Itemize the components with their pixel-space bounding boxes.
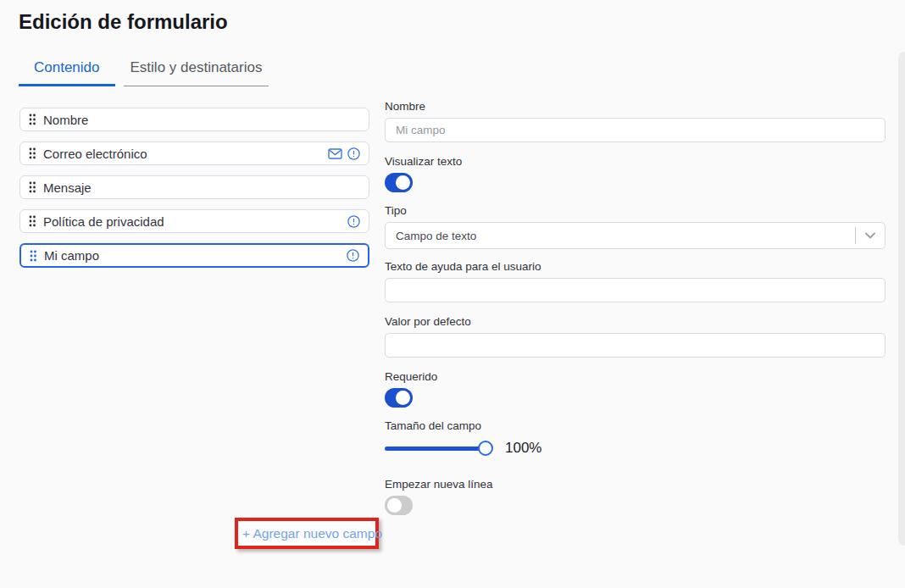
chevron-down-icon [856, 232, 885, 239]
field-item-icons [328, 147, 360, 160]
field-item-mi-campo[interactable]: Mi campo [19, 243, 369, 268]
type-select-value: Campo de texto [396, 230, 855, 242]
tab-estilo-y-destinatarios[interactable]: Estilo y destinatarios [124, 59, 269, 86]
default-value-input[interactable] [385, 333, 886, 358]
drag-handle-icon[interactable] [29, 114, 36, 125]
required-label: Requerido [385, 370, 886, 383]
field-size-slider-row: 100% [385, 437, 886, 459]
field-properties-panel: Nombre Visualizar texto Tipo Campo de te… [385, 100, 886, 527]
drag-handle-icon[interactable] [30, 250, 36, 262]
display-text-toggle[interactable] [385, 173, 413, 192]
drag-handle-icon[interactable] [29, 215, 36, 227]
field-list: Nombre Correo electrónico Mensaje Políti… [19, 108, 369, 278]
field-item-mensaje[interactable]: Mensaje [19, 175, 369, 199]
name-label: Nombre [385, 100, 886, 113]
toggle-knob [387, 498, 402, 513]
required-toggle[interactable] [385, 388, 413, 408]
form-editor-screen: Edición de formulario Contenido Estilo y… [0, 0, 905, 588]
field-item-icons [347, 215, 360, 228]
tab-contenido[interactable]: Contenido [19, 59, 115, 86]
field-item-politica-de-privacidad[interactable]: Política de privacidad [19, 209, 369, 233]
field-item-nombre[interactable]: Nombre [19, 108, 369, 131]
slider-knob[interactable] [478, 441, 493, 456]
alert-circle-icon [347, 147, 360, 160]
envelope-icon [328, 148, 342, 159]
field-item-label: Política de privacidad [43, 214, 347, 229]
type-label: Tipo [385, 204, 886, 217]
drag-handle-icon[interactable] [29, 181, 36, 193]
add-new-field-link[interactable]: + Agregar nuevo campo [238, 526, 382, 541]
vertical-scrollbar[interactable] [898, 52, 905, 546]
display-text-label: Visualizar texto [385, 155, 886, 168]
drag-handle-icon[interactable] [29, 147, 36, 159]
field-size-slider[interactable] [385, 447, 485, 451]
alert-circle-icon [347, 215, 360, 228]
highlight-annotation-box: + Agregar nuevo campo [235, 518, 379, 549]
field-item-correo-electronico[interactable]: Correo electrónico [19, 141, 369, 165]
field-item-label: Mi campo [44, 248, 347, 263]
new-line-label: Empezar nueva línea [385, 478, 886, 491]
name-input[interactable] [385, 118, 886, 142]
field-size-label: Tamaño del campo [385, 419, 886, 432]
type-select[interactable]: Campo de texto [385, 222, 886, 249]
field-item-label: Correo electrónico [43, 147, 328, 161]
toggle-knob [396, 175, 410, 190]
field-item-label: Nombre [43, 113, 360, 127]
field-item-label: Mensaje [43, 180, 360, 195]
new-line-toggle[interactable] [385, 496, 413, 515]
alert-circle-icon [347, 249, 359, 262]
default-value-label: Valor por defecto [385, 315, 886, 328]
page-title: Edición de formulario [19, 10, 228, 34]
field-size-value: 100% [505, 440, 541, 457]
field-item-icons [347, 249, 359, 262]
help-text-label: Texto de ayuda para el usuario [385, 260, 886, 273]
help-text-input[interactable] [385, 278, 886, 302]
toggle-knob [396, 391, 410, 405]
tab-bar: Contenido Estilo y destinatarios [19, 59, 269, 86]
